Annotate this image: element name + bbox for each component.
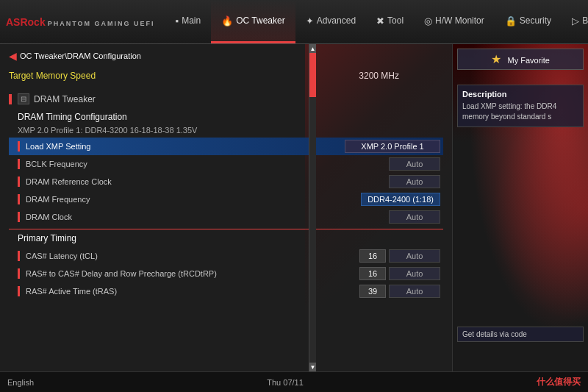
dram-clock-value[interactable]: Auto (389, 210, 440, 224)
load-xmp-row[interactable]: Load XMP Setting XMP 2.0 Profile 1 (9, 138, 443, 155)
tras-auto[interactable]: Auto (389, 285, 440, 298)
xmp-info-text: XMP 2.0 Profile 1: DDR4-3200 16-18-18-38… (18, 126, 197, 135)
dram-ref-label: DRAM Reference Clock (26, 177, 389, 186)
bottom-language: English (7, 378, 34, 387)
dram-ref-row[interactable]: DRAM Reference Clock Auto (9, 173, 443, 190)
primary-timing-label: Primary Timing (18, 233, 76, 243)
target-memory-label: Target Memory Speed (9, 71, 359, 81)
target-memory-row: Target Memory Speed 3200 MHz (9, 68, 443, 84)
boot-icon: ▷ (572, 15, 579, 26)
tab-boot-label: Boo (582, 15, 588, 26)
dram-clock-indicator (18, 212, 20, 222)
tras-row[interactable]: RAS# Active Time (tRAS) 39 Auto (9, 282, 443, 300)
content-panel: ◀ OC Tweaker\DRAM Configuration Target M… (0, 44, 452, 371)
favorite-star-icon: ★ (491, 53, 501, 65)
description-box: Description Load XMP setting: the DDR4 m… (457, 85, 584, 127)
scrollbar[interactable]: ▲ ▼ (309, 44, 316, 371)
dram-clock-label: DRAM Clock (26, 213, 389, 221)
settings-list: Load XMP Setting XMP 2.0 Profile 1 BCLK … (9, 138, 443, 226)
bclk-indicator (18, 159, 20, 169)
tab-oc-tweaker[interactable]: 🔥 OC Tweaker (211, 0, 295, 43)
tras-num[interactable]: 39 (359, 285, 386, 298)
tab-security-label: Security (520, 15, 551, 26)
dram-tweaker-indicator (9, 94, 12, 104)
dram-tweaker-row: ⊟ DRAM Tweaker (9, 91, 443, 107)
tab-tool-label: Tool (387, 15, 404, 26)
bclk-value[interactable]: Auto (389, 157, 440, 171)
tab-security[interactable]: 🔒 Security (495, 0, 562, 43)
tcl-indicator (18, 251, 20, 261)
dram-freq-row[interactable]: DRAM Frequency DDR4-2400 (1:18) (9, 190, 443, 208)
tab-tool[interactable]: ✖ Tool (366, 0, 414, 43)
xmp-indicator (18, 141, 20, 152)
dram-tweaker-icon: ⊟ (18, 93, 29, 104)
watermark-text: 什么值得买 (537, 376, 581, 388)
tab-advanced[interactable]: ✦ Advanced (295, 0, 366, 43)
bclk-row[interactable]: BCLK Frequency Auto (9, 155, 443, 173)
tab-hw-monitor[interactable]: ◎ H/W Monitor (414, 0, 495, 43)
dram-ref-value[interactable]: Auto (389, 175, 440, 188)
my-favorite-box[interactable]: ★ My Favorite (457, 49, 584, 70)
my-favorite-label: My Favorite (507, 56, 549, 65)
tool-icon: ✖ (376, 15, 384, 26)
brand-logo: ASRock PHANTOM GAMING UEFI (6, 16, 155, 28)
scroll-down-arrow[interactable]: ▼ (309, 363, 316, 371)
top-nav-bar: ASRock PHANTOM GAMING UEFI ▪ Main 🔥 OC T… (0, 0, 588, 44)
tab-oc-label: OC Tweaker (236, 15, 284, 26)
get-details-text: Get details via code (462, 330, 578, 338)
trcd-row[interactable]: RAS# to CAS# Delay and Row Precharge (tR… (9, 265, 443, 282)
bottom-bar: English Thu 07/11 什么值得买 (0, 371, 588, 392)
tab-boot[interactable]: ▷ Boo (562, 0, 588, 43)
trcd-indicator (18, 268, 20, 279)
scrollbar-track (309, 53, 316, 363)
tab-main[interactable]: ▪ Main (165, 0, 212, 43)
dram-clock-row[interactable]: DRAM Clock Auto (9, 208, 443, 226)
dram-ref-indicator (18, 177, 20, 187)
advanced-icon: ✦ (306, 15, 314, 26)
description-title: Description (462, 90, 578, 99)
brand-name: ASRock (6, 16, 46, 28)
xmp-label: Load XMP Setting (26, 142, 345, 151)
hw-icon: ◎ (424, 15, 432, 26)
description-text: Load XMP setting: the DDR4 memory beyond… (462, 101, 578, 122)
timing-items-list: CAS# Latency (tCL) 16 Auto RAS# to CAS# … (9, 247, 443, 300)
bclk-label: BCLK Frequency (26, 160, 389, 168)
target-memory-value: 3200 MHz (359, 71, 399, 81)
xmp-value[interactable]: XMP 2.0 Profile 1 (345, 140, 440, 153)
dram-tweaker-label: DRAM Tweaker (34, 94, 443, 104)
brand-subtitle: PHANTOM GAMING UEFI (48, 20, 155, 27)
bottom-time: Thu 07/11 (267, 378, 304, 387)
right-panel: ★ My Favorite Description Load XMP setti… (452, 44, 588, 371)
tras-values: 39 Auto (359, 285, 443, 298)
tab-main-label: Main (182, 15, 201, 26)
dram-freq-value[interactable]: DDR4-2400 (1:18) (361, 193, 440, 206)
breadcrumb-text: OC Tweaker\DRAM Configuration (20, 51, 141, 60)
dram-freq-indicator (18, 194, 20, 204)
scroll-up-arrow[interactable]: ▲ (309, 44, 316, 53)
trcd-auto[interactable]: Auto (389, 267, 440, 280)
tab-hw-label: H/W Monitor (435, 15, 484, 26)
nav-tabs: ▪ Main 🔥 OC Tweaker ✦ Advanced ✖ Tool ◎ … (165, 0, 588, 43)
breadcrumb: ◀ OC Tweaker\DRAM Configuration (9, 50, 443, 62)
security-icon: 🔒 (505, 15, 517, 26)
tcl-values: 16 Auto (359, 249, 443, 263)
tcl-num[interactable]: 16 (359, 249, 386, 263)
dram-timing-row: DRAM Timing Configuration (9, 107, 443, 124)
main-icon: ▪ (176, 15, 179, 26)
main-area: ◀ OC Tweaker\DRAM Configuration Target M… (0, 44, 588, 371)
oc-icon: 🔥 (221, 15, 233, 26)
tras-indicator (18, 286, 20, 296)
xmp-info-row: XMP 2.0 Profile 1: DDR4-3200 16-18-18-38… (9, 124, 443, 136)
get-details-box: Get details via code (457, 327, 584, 342)
primary-timing-section: Primary Timing (9, 229, 443, 246)
breadcrumb-arrow: ◀ (9, 50, 17, 62)
trcd-num[interactable]: 16 (359, 267, 386, 280)
tcl-row[interactable]: CAS# Latency (tCL) 16 Auto (9, 247, 443, 265)
tcl-auto[interactable]: Auto (389, 249, 440, 263)
trcd-values: 16 Auto (359, 267, 443, 280)
scrollbar-thumb[interactable] (309, 53, 316, 97)
tab-advanced-label: Advanced (317, 15, 356, 26)
dram-timing-label: DRAM Timing Configuration (18, 112, 127, 122)
